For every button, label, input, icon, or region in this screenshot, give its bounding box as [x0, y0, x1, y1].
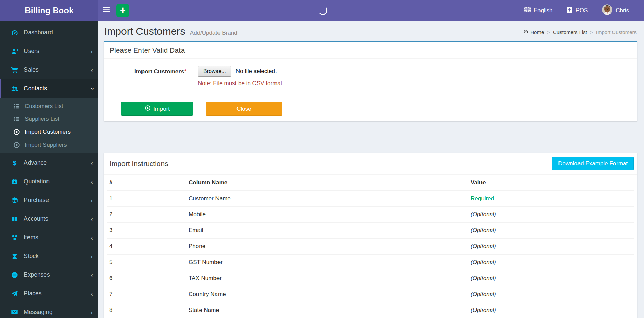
sidebar-item-expenses[interactable]: Expenses‹: [0, 265, 98, 284]
table-row: 6TAX Number(Optional): [107, 270, 634, 286]
cell-value: (Optional): [468, 286, 635, 302]
minus-circle-icon: [10, 271, 19, 279]
user-menu[interactable]: Chris: [602, 4, 629, 17]
chevron-left-icon: ‹: [91, 48, 93, 55]
sidebar-item-users[interactable]: Users‹: [0, 42, 98, 60]
sidebar-item-label: Purchase: [24, 197, 91, 204]
sidebar-subitem-import-suppliers[interactable]: Import Suppliers: [0, 138, 98, 151]
hamburger-icon: [102, 6, 110, 15]
sidebar-item-label: Sales: [24, 66, 91, 73]
cell-number: 1: [107, 191, 186, 207]
language-menu[interactable]: English: [524, 7, 553, 14]
chevron-left-icon: ‹: [91, 234, 93, 241]
sidebar-subitem-import-customers[interactable]: Import Customers: [0, 126, 98, 138]
sidebar-subitem-label: Import Suppliers: [25, 142, 67, 148]
chevron-left-icon: ‹: [91, 178, 93, 185]
cell-number: 8: [107, 302, 186, 318]
table-row: 5GST Number(Optional): [107, 255, 634, 270]
grid-icon: [10, 216, 19, 222]
table-row: 2Mobile(Optional): [107, 207, 634, 223]
download-example-format-button[interactable]: Download Example Format: [552, 157, 634, 170]
chevron-down-icon: ‹: [89, 87, 95, 90]
cell-number: 7: [107, 286, 186, 302]
table-row: 1Customer NameRequired: [107, 191, 634, 207]
cell-column-name: Phone: [186, 239, 468, 255]
main-content: Import Customers Add/Update Brand Home>C…: [98, 21, 644, 318]
chevron-left-icon: ‹: [91, 160, 93, 166]
cell-number: 3: [107, 223, 186, 239]
cell-column-name: TAX Number: [186, 270, 468, 286]
group-icon: [10, 85, 19, 92]
table-row: 7Country Name(Optional): [107, 286, 634, 302]
browse-file-button[interactable]: Browse...: [198, 66, 231, 77]
loading-spinner-icon: [318, 5, 328, 15]
sidebar-toggle-button[interactable]: [98, 0, 114, 21]
close-button[interactable]: Close: [206, 102, 282, 116]
sidebar-item-stock[interactable]: Stock‹: [0, 247, 98, 265]
breadcrumb-item-customers-list[interactable]: Customers List: [553, 29, 587, 35]
chevron-left-icon: ‹: [91, 253, 93, 260]
quick-add-button[interactable]: +: [116, 4, 129, 17]
form-card-footer: Import Close: [104, 96, 637, 121]
calendar-plus-icon: [10, 178, 19, 185]
sidebar-submenu: Customers ListSuppliers ListImport Custo…: [0, 98, 98, 153]
list-icon: [13, 103, 21, 110]
breadcrumb-label: Customers List: [553, 29, 587, 35]
language-flag-icon: [524, 7, 531, 14]
cell-column-name: Customer Name: [186, 191, 468, 207]
cubes-icon: [10, 234, 19, 241]
username-label: Chris: [615, 7, 629, 14]
file-status-text: No file selected.: [236, 68, 277, 75]
sidebar-item-accounts[interactable]: Accounts‹: [0, 209, 98, 228]
cell-value: (Optional): [468, 255, 635, 270]
import-file-label: Import Customers*: [111, 66, 193, 75]
sidebar-item-label: Accounts: [24, 215, 91, 222]
cell-value: Required: [468, 191, 635, 207]
cell-value: (Optional): [468, 239, 635, 255]
table-row: 3Email(Optional): [107, 223, 634, 239]
import-form-card: Please Enter Valid Data Import Customers…: [104, 41, 637, 121]
file-input-control: Browse... No file selected. Note: File m…: [198, 66, 284, 87]
chevron-left-icon: ‹: [91, 272, 93, 278]
sidebar-item-purchase[interactable]: Purchase‹: [0, 191, 98, 209]
sidebar-subitem-suppliers-list[interactable]: Suppliers List: [0, 113, 98, 126]
sidebar-subitem-customers-list[interactable]: Customers List: [0, 100, 98, 113]
sidebar-item-label: Items: [24, 234, 91, 241]
import-icon: [13, 129, 21, 135]
page-title-wrap: Import Customers Add/Update Brand: [104, 25, 238, 37]
chevron-left-icon: ‹: [91, 197, 93, 204]
sidebar-item-label: Expenses: [24, 271, 91, 278]
breadcrumb-separator: >: [590, 29, 593, 35]
home-icon: [523, 29, 528, 35]
sidebar-item-dashboard[interactable]: Dashboard: [0, 23, 98, 42]
sidebar-item-messaging[interactable]: Messaging‹: [0, 303, 98, 318]
sidebar-item-advance[interactable]: $Advance‹: [0, 153, 98, 172]
sidebar-item-items[interactable]: Items‹: [0, 228, 98, 247]
table-header-value: Value: [468, 175, 635, 191]
csv-format-note: Note: File must be in CSV format.: [198, 80, 284, 87]
sidebar-item-places[interactable]: Places‹: [0, 284, 98, 303]
cell-number: 5: [107, 255, 186, 270]
sidebar-item-quotation[interactable]: Quotation‹: [0, 172, 98, 191]
sidebar: DashboardUsers‹Sales‹Contacts‹Customers …: [0, 21, 98, 318]
sidebar-item-sales[interactable]: Sales‹: [0, 60, 98, 79]
language-label: English: [534, 7, 553, 14]
app-logo[interactable]: Billing Book: [0, 0, 98, 21]
sidebar-item-contacts[interactable]: Contacts‹: [0, 79, 98, 98]
page-subtitle: Add/Update Brand: [190, 30, 238, 36]
sidebar-item-label: Stock: [24, 252, 91, 260]
import-button[interactable]: Import: [121, 102, 193, 116]
sidebar-item-label: Advance: [24, 159, 91, 166]
cell-value: (Optional): [468, 223, 635, 239]
chevron-left-icon: ‹: [91, 216, 93, 222]
dashboard-icon: [10, 29, 19, 36]
chevron-left-icon: ‹: [91, 290, 93, 297]
breadcrumb-separator: >: [547, 29, 550, 35]
pos-button[interactable]: POS: [567, 7, 588, 14]
breadcrumb-item-home[interactable]: Home: [523, 29, 544, 35]
cell-column-name: Country Name: [186, 286, 468, 302]
cell-column-name: Email: [186, 223, 468, 239]
avatar: [602, 4, 612, 17]
table-row: 4Phone(Optional): [107, 239, 634, 255]
sidebar-item-label: Places: [24, 290, 91, 297]
